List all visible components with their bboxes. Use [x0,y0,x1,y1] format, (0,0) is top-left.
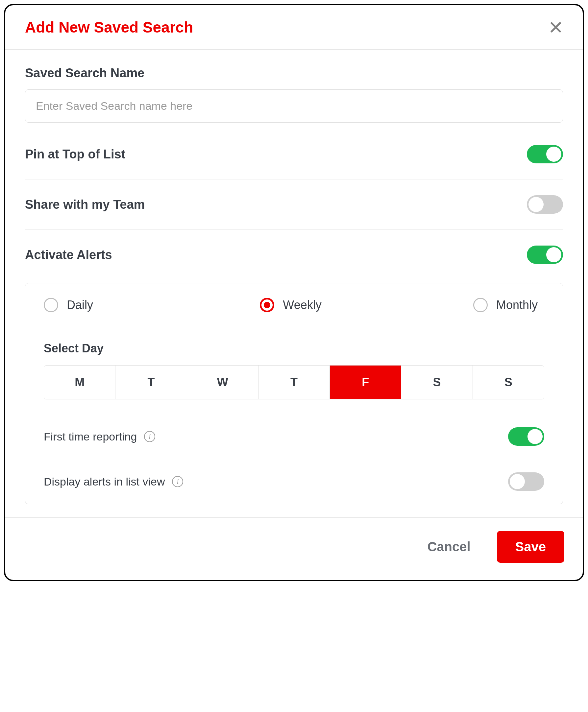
first-time-row: First time reporting i [25,414,563,459]
modal-header: Add New Saved Search [5,5,583,50]
first-time-toggle[interactable] [508,427,544,446]
day-cell-mon[interactable]: M [44,366,115,399]
name-label: Saved Search Name [25,66,563,80]
pin-toggle[interactable] [527,145,563,164]
display-list-label-wrap: Display alerts in list view i [44,475,183,488]
info-icon[interactable]: i [172,476,183,487]
frequency-label: Monthly [496,298,538,312]
toggle-knob-icon [528,197,544,212]
radio-icon [44,298,58,312]
display-list-label: Display alerts in list view [44,475,165,488]
close-icon [548,20,563,35]
share-label: Share with my Team [25,198,145,212]
frequency-label: Daily [67,298,93,312]
alerts-row: Activate Alerts [25,230,563,280]
display-list-row: Display alerts in list view i [25,459,563,504]
day-cell-thu[interactable]: T [258,366,330,399]
share-row: Share with my Team [25,179,563,230]
frequency-option-daily[interactable]: Daily [44,298,209,312]
alerts-label: Activate Alerts [25,248,112,262]
name-section: Saved Search Name [25,66,563,123]
day-cell-sat[interactable]: S [401,366,472,399]
first-time-label: First time reporting [44,430,137,443]
modal-footer: Cancel Save [5,517,583,580]
saved-search-name-input[interactable] [25,89,563,123]
select-day-label: Select Day [44,342,544,355]
day-cell-sun[interactable]: S [473,366,544,399]
radio-icon [260,298,274,312]
modal-title: Add New Saved Search [25,18,193,36]
pin-row: Pin at Top of List [25,129,563,179]
radio-icon [473,298,488,312]
toggle-knob-icon [546,147,561,162]
day-cell-fri[interactable]: F [330,366,401,399]
first-time-label-wrap: First time reporting i [44,430,155,443]
display-list-toggle[interactable] [508,472,544,491]
save-button[interactable]: Save [497,531,564,563]
toggle-knob-icon [546,247,561,262]
modal-body: Saved Search Name Pin at Top of List Sha… [5,50,583,517]
frequency-label: Weekly [283,298,321,312]
alerts-settings-box: Daily Weekly Monthly Select Day M T W T [25,283,563,504]
close-button[interactable] [548,20,563,35]
day-grid: M T W T F S S [44,365,544,400]
info-icon[interactable]: i [144,431,155,442]
day-cell-tue[interactable]: T [115,366,187,399]
add-saved-search-modal: Add New Saved Search Saved Search Name P… [4,4,584,581]
alerts-toggle[interactable] [527,245,563,264]
cancel-button[interactable]: Cancel [421,536,477,558]
toggle-knob-icon [527,429,543,444]
share-toggle[interactable] [527,195,563,214]
select-day-section: Select Day M T W T F S S [25,327,563,414]
frequency-option-weekly[interactable]: Weekly [209,298,373,312]
frequency-row: Daily Weekly Monthly [25,283,563,327]
day-cell-wed[interactable]: W [187,366,258,399]
frequency-option-monthly[interactable]: Monthly [373,298,544,312]
toggle-knob-icon [510,474,525,489]
pin-label: Pin at Top of List [25,147,125,161]
